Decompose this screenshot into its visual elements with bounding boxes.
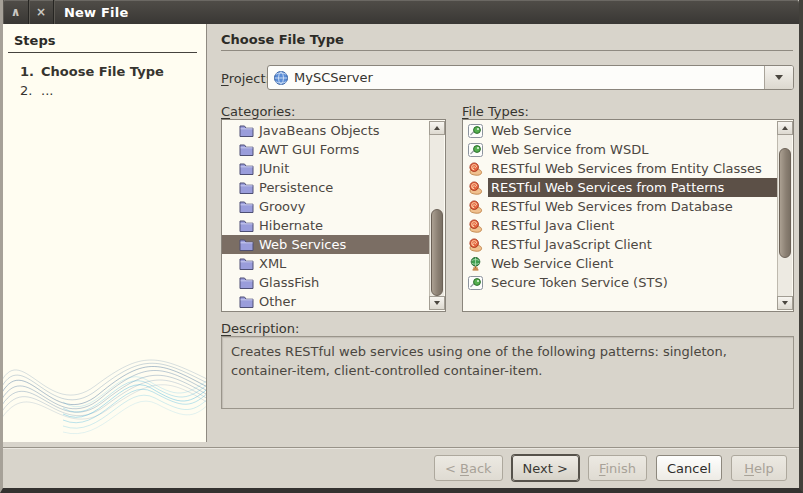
categories-list[interactable]: JavaBeans ObjectsAWT GUI FormsJUnitPersi… [221, 119, 446, 312]
category-item[interactable]: Persistence [222, 178, 429, 197]
steps-title-underline [8, 52, 197, 53]
scroll-up-button[interactable] [429, 121, 445, 135]
shade-icon: ∧ [11, 5, 21, 19]
category-item[interactable]: Other [222, 292, 429, 311]
file-type-item[interactable]: Web Service from WSDL [463, 140, 777, 159]
file-type-item[interactable]: Web Service [463, 121, 777, 140]
category-item-label: Groovy [259, 199, 305, 214]
folder-icon [239, 143, 254, 156]
header-separator [221, 50, 793, 51]
scrollbar-thumb[interactable] [779, 148, 791, 258]
folder-icon [239, 181, 254, 194]
category-item[interactable]: Hibernate [222, 216, 429, 235]
chevron-down-icon [775, 75, 783, 80]
new-file-dialog: ∧ × New File Steps 1. Choose File Type 2… [0, 0, 803, 493]
file-types-list[interactable]: Web ServiceWeb Service from WSDLRESTful … [462, 119, 794, 312]
file-type-item-label: Web Service from WSDL [488, 140, 777, 159]
project-combobox[interactable]: MySCServer [267, 65, 794, 90]
scroll-down-button[interactable] [777, 296, 793, 310]
next-button[interactable]: Next > [512, 455, 579, 481]
category-item[interactable]: AWT GUI Forms [222, 140, 429, 159]
file-type-item[interactable]: RESTful Web Services from Entity Classes [463, 159, 777, 178]
category-item-label: Hibernate [259, 218, 323, 233]
category-item[interactable]: JUnit [222, 159, 429, 178]
category-item[interactable]: GlassFish [222, 273, 429, 292]
arrow-up-icon [434, 126, 440, 130]
help-button[interactable]: Help [731, 455, 787, 481]
file-type-item-label: RESTful JavaScript Client [488, 235, 777, 254]
file-type-item[interactable]: RESTful JavaScript Client [463, 235, 777, 254]
steps-panel: Steps 1. Choose File Type 2. ... [3, 24, 207, 442]
category-item-label: JUnit [259, 161, 289, 176]
file-type-item-label: RESTful Web Services from Patterns [488, 178, 777, 197]
folder-icon [239, 124, 254, 137]
file-types-label: File Types: [462, 104, 529, 119]
project-label: Project: [221, 71, 270, 86]
category-item-label: Other [259, 294, 296, 309]
rest-icon [468, 238, 483, 252]
wizard-content: Choose File Type Project: MySCServer Cat… [207, 24, 799, 442]
category-item[interactable]: JavaBeans Objects [222, 121, 429, 140]
file-type-item-label: RESTful Web Services from Entity Classes [488, 159, 777, 178]
file-type-item[interactable]: Web Service Client [463, 254, 777, 273]
step-item-1: 1. Choose File Type [20, 64, 164, 79]
category-item[interactable]: XML [222, 254, 429, 273]
step-number: 2. [20, 83, 41, 98]
category-item-label: XML [259, 256, 286, 271]
arrow-up-icon [782, 126, 788, 130]
rest-icon [468, 181, 483, 195]
arrow-down-icon [782, 301, 788, 305]
close-button[interactable]: × [28, 0, 53, 24]
category-item[interactable]: Web Services [222, 235, 429, 254]
webservice-doc-icon [468, 143, 483, 157]
scrollbar-thumb[interactable] [431, 209, 443, 296]
folder-icon [239, 219, 254, 232]
category-item[interactable]: Groovy [222, 197, 429, 216]
globe-client-icon [468, 257, 483, 271]
file-type-item-label: Web Service Client [488, 254, 777, 273]
file-type-item-label: Web Service [488, 121, 777, 140]
folder-icon [239, 200, 254, 213]
step-label: Choose File Type [41, 64, 164, 79]
rest-icon [468, 162, 483, 176]
project-dropdown-button[interactable] [764, 66, 793, 89]
file-type-item[interactable]: RESTful Java Client [463, 216, 777, 235]
file-types-scrollbar[interactable] [777, 121, 792, 310]
file-type-item-label: RESTful Web Services from Database [488, 197, 777, 216]
file-type-item[interactable]: Secure Token Service (STS) [463, 273, 777, 292]
file-type-item-label: Secure Token Service (STS) [488, 273, 777, 292]
rest-icon [468, 219, 483, 233]
category-item-label: AWT GUI Forms [259, 142, 359, 157]
categories-scrollbar[interactable] [429, 121, 444, 310]
categories-label: Categories: [221, 104, 295, 119]
category-item-label: JavaBeans Objects [259, 123, 380, 138]
folder-icon [239, 238, 254, 251]
steps-title: Steps [14, 33, 55, 48]
finish-button[interactable]: Finish [588, 455, 647, 481]
file-type-item[interactable]: RESTful Web Services from Database [463, 197, 777, 216]
rest-icon [468, 200, 483, 214]
arrow-down-icon [434, 301, 440, 305]
folder-icon [239, 162, 254, 175]
folder-icon [239, 276, 254, 289]
step-number: 1. [20, 64, 41, 79]
window-title: New File [64, 5, 128, 20]
category-item-label: Web Services [259, 237, 346, 252]
file-type-item-label: RESTful Java Client [488, 216, 777, 235]
category-item-label: Persistence [259, 180, 333, 195]
shade-button[interactable]: ∧ [3, 0, 28, 24]
titlebar[interactable]: ∧ × New File [3, 0, 799, 24]
webservice-doc-icon [468, 276, 483, 290]
cancel-button[interactable]: Cancel [656, 455, 722, 481]
button-bar: < Back Next > Finish Cancel Help [3, 447, 799, 488]
folder-icon [239, 295, 254, 308]
description-text: Creates RESTful web services using one o… [221, 336, 794, 409]
file-type-item[interactable]: RESTful Web Services from Patterns [463, 178, 777, 197]
back-button[interactable]: < Back [434, 455, 503, 481]
close-icon: × [36, 5, 46, 19]
folder-icon [239, 257, 254, 270]
titlebar-separator [53, 0, 54, 24]
scroll-up-button[interactable] [777, 121, 793, 135]
description-label: Description: [221, 321, 299, 336]
scroll-down-button[interactable] [429, 296, 445, 310]
